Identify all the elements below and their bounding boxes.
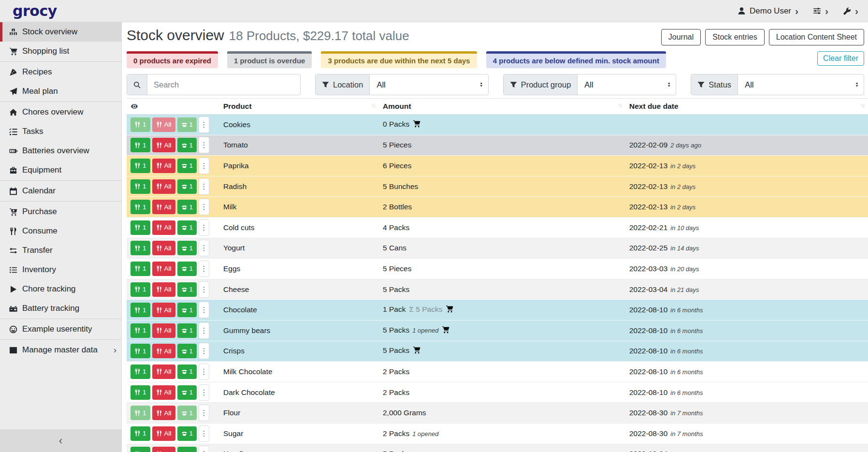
overdue-filter-chip[interactable]: 1 product is overdue: [227, 51, 312, 68]
duesoon-filter-chip[interactable]: 3 products are due within the next 5 day…: [321, 51, 477, 68]
consume-all-button[interactable]: All: [152, 282, 175, 297]
consume-all-button[interactable]: All: [152, 344, 175, 358]
consume-all-button[interactable]: All: [152, 262, 175, 276]
row-menu-button[interactable]: ⋮: [199, 322, 209, 339]
consume-one-button[interactable]: 1: [130, 344, 150, 358]
open-one-button[interactable]: 1: [177, 385, 197, 400]
consume-all-button[interactable]: All: [152, 159, 175, 173]
consume-all-button[interactable]: All: [152, 200, 175, 214]
consume-all-button[interactable]: All: [152, 365, 175, 379]
column-amount[interactable]: Amount↑↓: [379, 99, 625, 115]
consume-one-button[interactable]: 1: [130, 241, 150, 255]
consume-one-button[interactable]: 1: [130, 200, 150, 214]
belowmin-filter-chip[interactable]: 4 products are below defined min. stock …: [486, 51, 666, 68]
open-one-button[interactable]: 1: [177, 159, 197, 173]
consume-one-button[interactable]: 1: [130, 262, 150, 276]
open-one-button[interactable]: 1: [177, 117, 197, 132]
expired-filter-chip[interactable]: 0 products are expired: [127, 51, 218, 68]
sidebar-item-shopping-list[interactable]: Shopping list: [0, 42, 121, 61]
search-input[interactable]: [147, 74, 300, 95]
consume-all-button[interactable]: All: [152, 406, 175, 420]
consume-all-button[interactable]: All: [152, 138, 175, 152]
column-next-due-date[interactable]: Next due date↑↓: [625, 99, 868, 115]
consume-one-button[interactable]: 1: [130, 179, 150, 194]
row-menu-button[interactable]: ⋮: [199, 240, 209, 256]
sidebar-item-inventory[interactable]: Inventory: [0, 260, 121, 279]
product-group-select[interactable]: All▴▾: [578, 74, 676, 95]
sidebar-item-transfer[interactable]: Transfer: [0, 241, 121, 260]
open-one-button[interactable]: 1: [177, 138, 197, 152]
open-one-button[interactable]: 1: [177, 282, 197, 297]
sidebar-item-equipment[interactable]: Equipment: [0, 160, 121, 180]
sidebar-item-tasks[interactable]: Tasks: [0, 122, 121, 141]
location-content-sheet-button[interactable]: Location Content Sheet: [769, 29, 864, 45]
consume-one-button[interactable]: 1: [130, 117, 150, 132]
consume-all-button[interactable]: All: [152, 426, 175, 441]
sidebar-item-consume[interactable]: Consume: [0, 221, 121, 241]
sidebar-item-stock-overview[interactable]: Stock overview: [0, 22, 121, 42]
consume-all-button[interactable]: All: [152, 447, 175, 452]
consume-one-button[interactable]: 1: [130, 220, 150, 235]
open-one-button[interactable]: 1: [177, 179, 197, 194]
clear-filter-button[interactable]: Clear filter: [817, 51, 864, 66]
consume-all-button[interactable]: All: [152, 117, 175, 132]
sidebar-item-meal-plan[interactable]: Meal plan: [0, 82, 121, 101]
consume-one-button[interactable]: 1: [130, 365, 150, 379]
sidebar-item-chore-tracking[interactable]: Chore tracking: [0, 279, 121, 299]
consume-all-button[interactable]: All: [152, 241, 175, 255]
consume-one-button[interactable]: 1: [130, 323, 150, 338]
consume-all-button[interactable]: All: [152, 385, 175, 400]
row-menu-button[interactable]: ⋮: [199, 302, 209, 318]
sidebar-item-example-userentity[interactable]: Example userentity: [0, 320, 121, 339]
row-menu-button[interactable]: ⋮: [199, 158, 209, 174]
open-one-button[interactable]: 1: [177, 447, 197, 452]
row-menu-button[interactable]: ⋮: [199, 281, 209, 298]
sidebar-item-batteries-overview[interactable]: Batteries overview: [0, 141, 121, 160]
open-one-button[interactable]: 1: [177, 241, 197, 255]
open-one-button[interactable]: 1: [177, 365, 197, 379]
open-one-button[interactable]: 1: [177, 426, 197, 441]
sidebar-item-manage-master-data[interactable]: Manage master data›: [0, 340, 121, 360]
open-one-button[interactable]: 1: [177, 323, 197, 338]
consume-one-button[interactable]: 1: [130, 447, 150, 452]
consume-one-button[interactable]: 1: [130, 138, 150, 152]
row-menu-button[interactable]: ⋮: [199, 384, 209, 401]
admin-menu[interactable]: ›: [843, 6, 858, 16]
sidebar-item-recipes[interactable]: Recipes: [0, 62, 121, 82]
column-visibility-header[interactable]: [127, 99, 219, 115]
row-menu-button[interactable]: ⋮: [199, 117, 209, 133]
consume-one-button[interactable]: 1: [130, 406, 150, 420]
row-menu-button[interactable]: ⋮: [199, 137, 209, 153]
open-one-button[interactable]: 1: [177, 200, 197, 214]
row-menu-button[interactable]: ⋮: [199, 343, 209, 359]
row-menu-button[interactable]: ⋮: [199, 446, 209, 452]
user-menu[interactable]: Demo User ›: [738, 6, 798, 16]
sidebar-item-chores-overview[interactable]: Chores overview: [0, 102, 121, 122]
consume-one-button[interactable]: 1: [130, 385, 150, 400]
consume-one-button[interactable]: 1: [130, 303, 150, 317]
open-one-button[interactable]: 1: [177, 406, 197, 420]
consume-all-button[interactable]: All: [152, 220, 175, 235]
row-menu-button[interactable]: ⋮: [199, 425, 209, 442]
consume-one-button[interactable]: 1: [130, 426, 150, 441]
row-menu-button[interactable]: ⋮: [199, 199, 209, 215]
sidebar-collapse-button[interactable]: ‹: [0, 429, 121, 452]
journal-button[interactable]: Journal: [661, 29, 701, 45]
row-menu-button[interactable]: ⋮: [199, 178, 209, 195]
sidebar-item-battery-tracking[interactable]: Battery tracking: [0, 299, 121, 318]
open-one-button[interactable]: 1: [177, 303, 197, 317]
sidebar-item-purchase[interactable]: Purchase: [0, 202, 121, 221]
open-one-button[interactable]: 1: [177, 220, 197, 235]
status-select[interactable]: All▴▾: [738, 74, 864, 95]
column-product[interactable]: Product↑↓: [219, 99, 379, 115]
consume-all-button[interactable]: All: [152, 303, 175, 317]
open-one-button[interactable]: 1: [177, 344, 197, 358]
settings-menu[interactable]: ›: [813, 6, 828, 16]
row-menu-button[interactable]: ⋮: [199, 261, 209, 277]
stock-entries-button[interactable]: Stock entries: [705, 29, 764, 45]
consume-one-button[interactable]: 1: [130, 282, 150, 297]
row-menu-button[interactable]: ⋮: [199, 364, 209, 380]
consume-all-button[interactable]: All: [152, 179, 175, 194]
consume-one-button[interactable]: 1: [130, 159, 150, 173]
location-select[interactable]: All▴▾: [370, 74, 488, 95]
